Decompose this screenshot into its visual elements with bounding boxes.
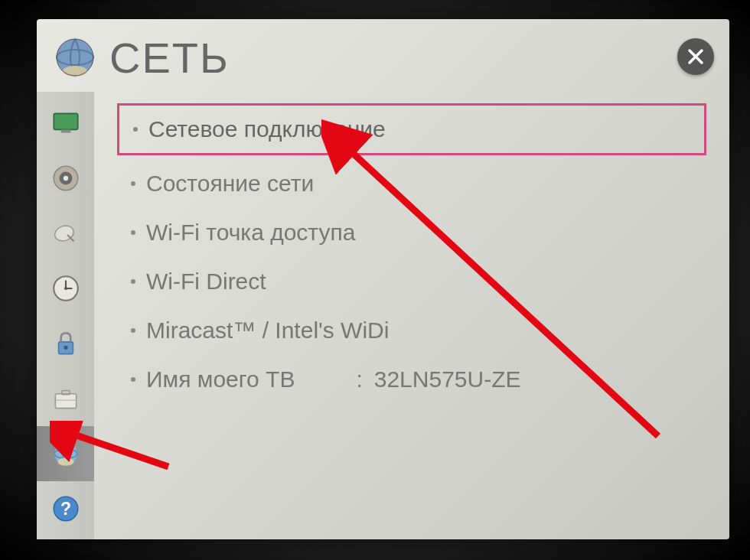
sidebar-item-picture[interactable] (37, 96, 94, 151)
menu-item-wifi-ap[interactable]: Wi-Fi точка доступа (117, 209, 706, 256)
menu-label: Состояние сети (146, 171, 314, 197)
menu-label: Сетевое подключение (148, 116, 386, 142)
sidebar-item-option[interactable] (37, 371, 94, 426)
satellite-icon (50, 217, 82, 249)
svg-rect-4 (54, 113, 78, 129)
sidebar-item-network[interactable] (37, 426, 94, 481)
sidebar-item-channel[interactable] (37, 206, 94, 261)
question-icon: ? (50, 493, 82, 525)
close-icon (686, 47, 705, 66)
svg-rect-17 (55, 394, 76, 409)
menu-label: Имя моего ТВ (146, 366, 295, 392)
menu-item-network-connection[interactable]: Сетевое подключение (117, 103, 706, 155)
svg-point-8 (63, 176, 67, 181)
bullet-icon (133, 127, 138, 132)
svg-point-14 (64, 287, 67, 290)
bullet-icon (131, 328, 135, 333)
sidebar-item-time[interactable] (37, 261, 94, 316)
main-content: Сетевое подключение Состояние сети Wi-Fi… (94, 92, 729, 539)
bullet-icon (131, 181, 135, 186)
separator: : (356, 366, 362, 392)
svg-rect-5 (60, 129, 70, 132)
briefcase-icon (50, 383, 82, 415)
clock-icon (50, 272, 82, 304)
sidebar-item-support[interactable]: ? (37, 481, 94, 536)
monitor-icon (50, 107, 82, 139)
svg-point-22 (57, 457, 73, 466)
svg-text:?: ? (60, 499, 70, 519)
bullet-icon (131, 377, 135, 382)
lock-icon (50, 327, 82, 360)
menu-item-network-status[interactable]: Состояние сети (117, 160, 706, 207)
bullet-icon (131, 230, 135, 235)
tv-name-value: 32LN575U-ZE (374, 366, 521, 392)
menu-item-miracast[interactable]: Miracast™ / Intel's WiDi (117, 307, 706, 354)
menu-label: Wi-Fi точка доступа (146, 220, 355, 246)
menu-label: Miracast™ / Intel's WiDi (146, 317, 389, 343)
menu-label: Wi-Fi Direct (146, 269, 266, 295)
close-button[interactable] (677, 38, 714, 75)
bullet-icon (131, 279, 135, 284)
header: СЕТЬ (37, 19, 729, 92)
sidebar: ? (37, 92, 94, 539)
sidebar-item-sound[interactable] (37, 151, 94, 206)
network-globe-icon (52, 34, 98, 80)
content-area: ? Сетевое подключение Состояние сети Wi-… (37, 92, 729, 539)
page-title: СЕТЬ (109, 33, 230, 83)
settings-screen: СЕТЬ (37, 19, 729, 539)
svg-point-2 (63, 66, 87, 77)
speaker-icon (50, 162, 82, 194)
svg-point-16 (64, 346, 67, 350)
menu-item-tv-name[interactable]: Имя моего ТВ : 32LN575U-ZE (117, 356, 706, 403)
globe-icon (50, 438, 82, 470)
svg-rect-18 (61, 391, 70, 395)
sidebar-item-lock[interactable] (37, 316, 94, 371)
menu-item-wifi-direct[interactable]: Wi-Fi Direct (117, 258, 706, 305)
